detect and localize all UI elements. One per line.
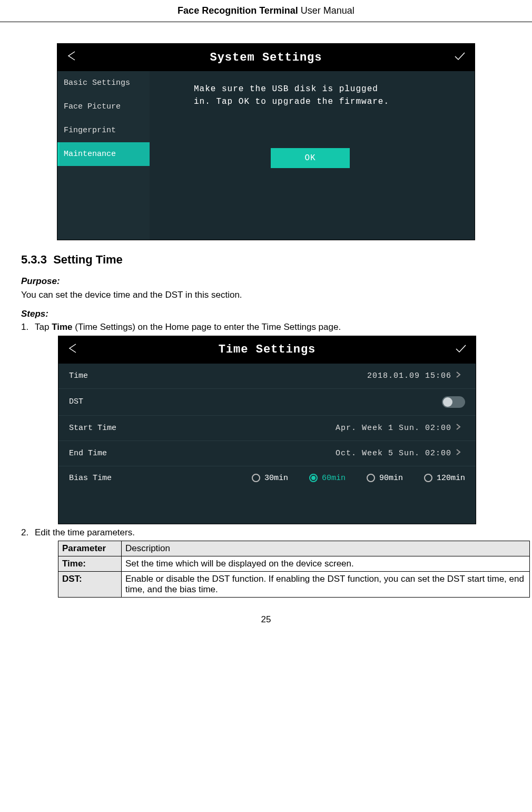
start-time-row[interactable]: Start Time Apr. Week 1 Sun. 02:00	[58, 416, 476, 441]
steps-label: Steps:	[21, 309, 511, 319]
sidebar-item-fingerprint[interactable]: Fingerprint	[57, 119, 150, 142]
dst-row[interactable]: DST	[58, 389, 476, 416]
sidebar-item-basic-settings[interactable]: Basic Settings	[57, 71, 150, 95]
bias-60min-radio[interactable]: 60min	[309, 474, 346, 483]
bias-120min-radio[interactable]: 120min	[424, 474, 465, 483]
time-row[interactable]: Time 2018.01.09 15:06	[58, 364, 476, 389]
confirm-icon[interactable]	[446, 342, 476, 358]
sidebar-item-face-picture[interactable]: Face Picture	[57, 95, 150, 119]
step-1: 1.Tap Time (Time Settings) on the Home p…	[21, 322, 511, 332]
bias-time-row: Bias Time 30min 60min 90min 120min	[58, 466, 476, 490]
screenshot2-title: Time Settings	[88, 343, 446, 356]
chevron-right-icon	[456, 448, 465, 458]
page-header: Face Recognition Terminal User Manual	[0, 0, 532, 22]
dst-toggle[interactable]	[442, 396, 465, 408]
time-settings-screenshot: Time Settings Time 2018.01.09 15:06 DST …	[58, 336, 476, 524]
chevron-right-icon	[456, 371, 465, 381]
ok-button[interactable]: OK	[271, 148, 350, 168]
upgrade-message: Make sure the USB disk is plugged in. Ta…	[194, 83, 462, 108]
bias-30min-radio[interactable]: 30min	[252, 474, 288, 483]
sidebar-item-maintenance[interactable]: Maintenance	[57, 142, 150, 166]
chevron-right-icon	[456, 423, 465, 433]
back-icon[interactable]	[58, 342, 88, 358]
back-icon[interactable]	[57, 50, 87, 65]
table-row: Time: Set the time which will be display…	[58, 556, 530, 571]
header-title-plain: User Manual	[298, 5, 354, 16]
page-number: 25	[0, 598, 532, 632]
section-heading: 5.3.3 Setting Time	[21, 253, 511, 267]
table-row: DST: Enable or disable the DST function.…	[58, 571, 530, 597]
sidebar: Basic Settings Face Picture Fingerprint …	[57, 71, 150, 240]
confirm-icon[interactable]	[445, 50, 475, 65]
screenshot1-title: System Settings	[87, 51, 445, 64]
table-header-row: Parameter Description	[58, 541, 530, 556]
table-header-description: Description	[122, 541, 530, 556]
bias-90min-radio[interactable]: 90min	[367, 474, 403, 483]
table-header-parameter: Parameter	[58, 541, 122, 556]
purpose-text: You can set the device time and the DST …	[21, 289, 511, 301]
step-2: 2.Edit the time parameters.	[21, 527, 511, 538]
header-title-bold: Face Recognition Terminal	[178, 5, 298, 16]
end-time-row[interactable]: End Time Oct. Week 5 Sun. 02:00	[58, 441, 476, 466]
parameter-table: Parameter Description Time: Set the time…	[58, 541, 530, 598]
purpose-label: Purpose:	[21, 276, 511, 287]
system-settings-screenshot: System Settings Basic Settings Face Pict…	[57, 43, 475, 240]
